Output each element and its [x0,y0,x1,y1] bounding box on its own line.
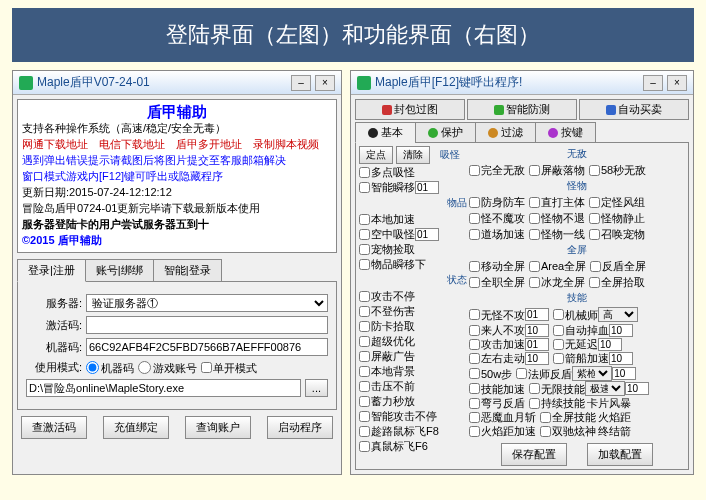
skill-val[interactable] [525,338,549,351]
sub-tab-basic[interactable]: 基本 [355,122,416,143]
chk-mon-7[interactable]: 怪物一线 [529,227,585,241]
fix-point-button[interactable]: 定点 [359,146,393,164]
chk-air-absorb[interactable]: 空中吸怪 [359,227,467,241]
chk-charge-instant[interactable]: 蓄力秒放 [359,394,467,408]
sub-tab-filter[interactable]: 过滤 [475,122,536,143]
chk-attack-nonstop[interactable]: 攻击不停 [359,289,467,303]
browse-button[interactable]: ... [305,379,328,397]
chk-full-invul[interactable]: 完全无敌 [469,163,525,177]
chk-mon-1[interactable]: 直打主体 [529,195,585,209]
minimize-button[interactable]: – [291,75,311,91]
skill-val[interactable] [609,352,633,365]
skill-val[interactable] [525,324,549,337]
chk-mon-4[interactable]: 怪物不退 [529,211,585,225]
top-tab-detect[interactable]: 智能防测 [467,99,577,120]
clear-button[interactable]: 清除 [396,146,430,164]
spec-val[interactable] [625,382,649,395]
tab-login[interactable]: 登录|注册 [17,259,86,282]
skill-val[interactable] [609,324,633,337]
chk-block-ads[interactable]: 屏蔽广告 [359,349,467,363]
save-config-button[interactable]: 保存配置 [501,443,567,466]
chk-local-bg[interactable]: 本地背景 [359,364,467,378]
spec-select[interactable]: 紫枪 [572,366,612,381]
activation-input[interactable] [86,316,328,334]
chk-mechanic[interactable]: 机械师 [553,308,598,322]
chk-mon-5[interactable]: 怪物静止 [589,211,645,225]
launch-button[interactable]: 启动程序 [267,416,333,439]
chk-skill-0a[interactable]: 来人不攻 [469,323,525,337]
minimize-button[interactable]: – [643,75,663,91]
path-input[interactable] [26,379,301,397]
chk-mon-6[interactable]: 道场加速 [469,227,525,241]
chk-spec-4a[interactable]: 火焰距加速 [469,424,536,438]
chk-smart-attack[interactable]: 智能攻击不停 [359,409,467,423]
mechanic-select[interactable]: 高 [598,307,638,322]
chk-skill-2b[interactable]: 箭船加速 [553,351,609,365]
chk-spec-0b[interactable]: 法师反盾 [516,367,572,381]
chk-super-opt[interactable]: 超级优化 [359,334,467,348]
chk-hit-noforward[interactable]: 击压不前 [359,379,467,393]
sub-tab-protect[interactable]: 保护 [415,122,476,143]
chk-spec-2b[interactable]: 持续技能 [529,396,585,410]
chk-fs-0[interactable]: 移动全屏 [469,259,525,273]
chk-item-teleport[interactable]: 物品瞬移下 [359,257,467,271]
air-value[interactable] [415,228,439,241]
chk-spec-3b[interactable]: 全屏技能 [540,410,596,424]
chk-fs-3[interactable]: 全职全屏 [469,275,525,289]
top-tab-trade[interactable]: 自动买卖 [579,99,689,120]
chk-spec-4b[interactable]: 双驰炫神 [540,424,596,438]
chk-skill-2a[interactable]: 左右走动 [469,351,525,365]
chk-spec-1b[interactable]: 无限技能 [529,382,585,396]
close-button[interactable]: × [315,75,335,91]
skill-value[interactable] [525,308,549,321]
skill-val[interactable] [525,352,549,365]
load-config-button[interactable]: 加载配置 [587,443,653,466]
sub-tab-keys[interactable]: 按键 [535,122,596,143]
chk-mon-0[interactable]: 防身防车 [469,195,525,209]
chk-no-damage[interactable]: 不登伤害 [359,304,467,318]
tab-smart-login[interactable]: 智能|登录 [153,259,222,282]
chk-fs-2[interactable]: 反盾全屏 [590,259,646,273]
chk-spec-1a[interactable]: 技能加速 [469,382,525,396]
machine-input[interactable] [86,338,328,356]
recharge-button[interactable]: 充值绑定 [103,416,169,439]
chk-mon-3[interactable]: 怪不魔攻 [469,211,525,225]
mode-radio-single[interactable]: 单开模式 [201,361,257,375]
chk-58s-invul[interactable]: 58秒无敌 [589,163,646,177]
chk-smart-teleport[interactable]: 智能瞬移 [359,180,467,194]
teleport-value[interactable] [415,181,439,194]
chk-fs-1[interactable]: Area全屏 [529,259,586,273]
tab-account[interactable]: 账号|绑绑 [85,259,154,282]
chk-pet-pickup[interactable]: 宠物捡取 [359,242,467,256]
mode-radio-machine[interactable]: 机器码 [86,361,134,375]
chk-fs-4[interactable]: 冰龙全屏 [529,275,585,289]
chk-spec-2a[interactable]: 弯弓反盾 [469,396,525,410]
top-tab-packet[interactable]: 封包过图 [355,99,465,120]
chk-mouse-f6[interactable]: 真鼠标飞F6 [359,439,467,453]
chk-mon-8[interactable]: 召唤宠物 [589,227,645,241]
check-code-button[interactable]: 查激活码 [21,416,87,439]
chk-skill-1a[interactable]: 攻击加速 [469,337,525,351]
chk-local-speed[interactable]: 本地加速 [359,212,467,226]
spec-select[interactable]: 极速 [585,381,625,396]
info-download-links[interactable]: 网通下载地址 电信下载地址 盾甲多开地址 录制脚本视频 [22,136,332,152]
chk-mouse-f8[interactable]: 趁路鼠标飞F8 [359,424,467,438]
chk-fs-5[interactable]: 全屏拾取 [589,275,645,289]
chk-block-drop[interactable]: 屏蔽落物 [529,163,585,177]
close-button[interactable]: × [667,75,687,91]
chk-skill-nomonster[interactable]: 无怪不攻 [469,308,525,322]
chk-skill-0b[interactable]: 自动掉血 [553,323,609,337]
section-invul: 无敌 [469,147,685,161]
chk-spec-0a[interactable]: 50w步 [469,367,512,381]
chk-skill-1b[interactable]: 无延迟 [553,337,598,351]
query-account-button[interactable]: 查询账户 [185,416,251,439]
chk-spec-3a[interactable]: 恶魔血月斩 [469,410,536,424]
skill-val[interactable] [598,338,622,351]
chk-multi-absorb[interactable]: 多点吸怪 [359,165,467,179]
mode-radio-account[interactable]: 游戏账号 [138,361,197,375]
spec-val[interactable] [612,367,636,380]
server-select[interactable]: 验证服务器① [86,294,328,312]
chk-mon-2[interactable]: 定怪风组 [589,195,645,209]
chk-pickup-lag[interactable]: 防卡拾取 [359,319,467,333]
settings-grid: 定点 清除 吸怪 多点吸怪 智能瞬移 物品 本地加速 空中吸怪 宠物捡取 物品瞬… [355,142,689,470]
